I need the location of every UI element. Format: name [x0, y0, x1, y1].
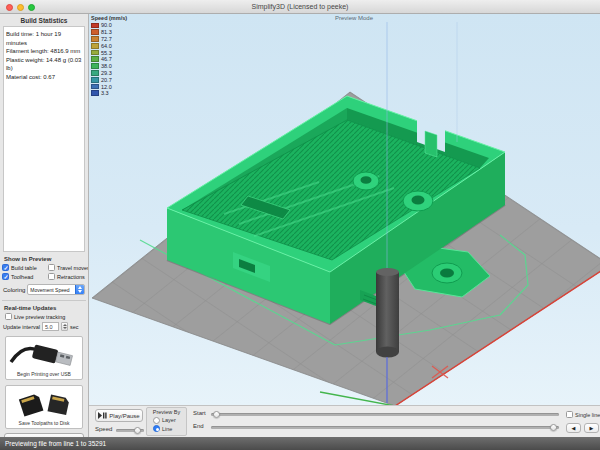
- play-pause-icon: [98, 412, 107, 419]
- retractions-checkbox[interactable]: [48, 273, 55, 280]
- checkbox-live-preview-tracking[interactable]: Live preview tracking: [5, 313, 88, 320]
- legend-swatch-icon: [91, 70, 99, 76]
- radio-label: Layer: [162, 417, 176, 423]
- checkbox-label: Retractions: [57, 274, 85, 280]
- step-forward-button[interactable]: ▶: [584, 423, 599, 433]
- stat-filament-length: Filament length: 4816.9 mm: [6, 47, 82, 56]
- 3d-scene[interactable]: [89, 14, 600, 405]
- speed-slider-handle[interactable]: [134, 427, 141, 434]
- preview-by-group: Preview By Layer Line: [146, 407, 187, 436]
- step-back-icon: ◀: [572, 425, 576, 431]
- play-pause-button[interactable]: Play/Pause: [95, 409, 143, 422]
- standoff-boss: [403, 191, 433, 211]
- end-slider-track[interactable]: [211, 426, 559, 429]
- divider: [2, 300, 86, 301]
- stat-material-cost: Material cost: 0.67: [6, 73, 82, 82]
- legend-value: 12.0: [101, 84, 112, 90]
- line-radio[interactable]: [153, 425, 160, 432]
- coloring-dropdown[interactable]: Movement Speed: [27, 284, 85, 295]
- update-interval-label: Update interval: [3, 324, 40, 330]
- legend-entry: 81.3: [91, 29, 127, 36]
- maximize-icon[interactable]: [28, 4, 35, 11]
- travel-moves-checkbox[interactable]: [48, 264, 55, 271]
- single-line-checkbox-row[interactable]: Single line or: [566, 411, 600, 418]
- window-controls: [6, 4, 35, 11]
- legend-swatch-icon: [91, 63, 99, 69]
- dropdown-stepper-icon[interactable]: [75, 284, 84, 295]
- legend-entry: 55.3: [91, 49, 127, 56]
- toolhead-checkbox[interactable]: [2, 273, 9, 280]
- preview-by-label: Preview By: [147, 409, 186, 415]
- legend-value: 3.3: [101, 90, 109, 96]
- layer-radio[interactable]: [153, 417, 160, 424]
- play-pause-label: Play/Pause: [109, 413, 139, 419]
- start-slider-track[interactable]: [211, 413, 559, 416]
- start-slider-handle[interactable]: [213, 411, 220, 418]
- radio-line[interactable]: Line: [153, 425, 186, 432]
- panel-header: Build Statistics: [0, 14, 88, 26]
- legend-value: 81.3: [101, 29, 112, 35]
- coloring-label: Coloring: [3, 287, 25, 293]
- legend-entry: 29.3: [91, 70, 127, 77]
- legend-title: Speed (mm/s): [91, 15, 127, 21]
- close-icon[interactable]: [6, 4, 13, 11]
- window-title: Simplify3D (Licensed to peeke): [0, 3, 600, 10]
- show-in-preview-options: Build table Travel moves Toolhead Retrac…: [2, 264, 86, 280]
- radio-label: Line: [162, 426, 172, 432]
- speed-legend: Speed (mm/s) 90.081.372.764.055.346.738.…: [91, 15, 127, 97]
- step-forward-icon: ▶: [590, 425, 594, 431]
- legend-swatch-icon: [91, 36, 99, 42]
- legend-swatch-icon: [91, 43, 99, 49]
- legend-swatch-icon: [91, 56, 99, 62]
- interval-stepper-icon[interactable]: [61, 322, 68, 331]
- legend-value: 55.3: [101, 50, 112, 56]
- checkbox-build-table[interactable]: Build table: [2, 264, 48, 271]
- minimize-icon[interactable]: [17, 4, 24, 11]
- stat-build-time: Build time: 1 hour 19 minutes: [6, 30, 82, 47]
- standoff-boss: [353, 172, 379, 190]
- legend-swatch-icon: [91, 84, 99, 90]
- checkbox-travel-moves[interactable]: Travel moves: [48, 264, 89, 271]
- end-slider-handle[interactable]: [550, 424, 557, 431]
- update-interval-field[interactable]: 5.0: [42, 322, 59, 331]
- realtime-updates-label: Real-time Updates: [4, 305, 84, 311]
- checkbox-label: Build table: [11, 265, 37, 271]
- radio-layer[interactable]: Layer: [153, 417, 186, 424]
- preview-mode-label: Preview Mode: [335, 15, 373, 21]
- legend-entry: 20.7: [91, 76, 127, 83]
- preview-toolbar: Play/Pause Speed Preview By Layer Line: [89, 405, 600, 437]
- coloring-value: Movement Speed: [28, 287, 75, 293]
- checkbox-label: Travel moves: [57, 265, 89, 271]
- checkbox-retractions[interactable]: Retractions: [48, 273, 89, 280]
- legend-entry: 46.7: [91, 56, 127, 63]
- legend-swatch-icon: [91, 50, 99, 56]
- show-in-preview-label: Show in Preview: [4, 256, 84, 262]
- legend-entry: 38.0: [91, 63, 127, 70]
- legend-value: 29.3: [101, 70, 112, 76]
- legend-value: 72.7: [101, 36, 112, 42]
- title-bar: Simplify3D (Licensed to peeke): [0, 0, 600, 14]
- save-toolpaths-disk-button[interactable]: Save Toolpaths to Disk: [5, 385, 83, 429]
- checkbox-toolhead[interactable]: Toolhead: [2, 273, 48, 280]
- checkbox-label: Live preview tracking: [14, 314, 65, 320]
- 3d-viewport[interactable]: Speed (mm/s) 90.081.372.764.055.346.738.…: [89, 14, 600, 405]
- single-line-checkbox[interactable]: [566, 411, 573, 418]
- legend-swatch-icon: [91, 77, 99, 83]
- legend-entry: 64.0: [91, 42, 127, 49]
- usb-cable-icon: [9, 339, 79, 371]
- checkbox-label: Toolhead: [11, 274, 33, 280]
- legend-entry: 12.0: [91, 83, 127, 90]
- legend-swatch-icon: [91, 29, 99, 35]
- legend-value: 90.0: [101, 22, 112, 28]
- disk-button-caption: Save Toolpaths to Disk: [19, 420, 70, 426]
- speed-legend-rows: 90.081.372.764.055.346.738.029.320.712.0…: [91, 22, 127, 97]
- status-bar: Previewing file from line 1 to 35291: [0, 437, 600, 450]
- live-preview-tracking-checkbox[interactable]: [5, 313, 12, 320]
- legend-entry: 90.0: [91, 22, 127, 29]
- build-table-checkbox[interactable]: [2, 264, 9, 271]
- begin-printing-usb-button[interactable]: Begin Printing over USB: [5, 336, 83, 380]
- legend-entry: 72.7: [91, 36, 127, 43]
- step-back-button[interactable]: ◀: [566, 423, 581, 433]
- sd-cards-icon: [9, 388, 79, 420]
- status-text: Previewing file from line 1 to 35291: [5, 440, 106, 447]
